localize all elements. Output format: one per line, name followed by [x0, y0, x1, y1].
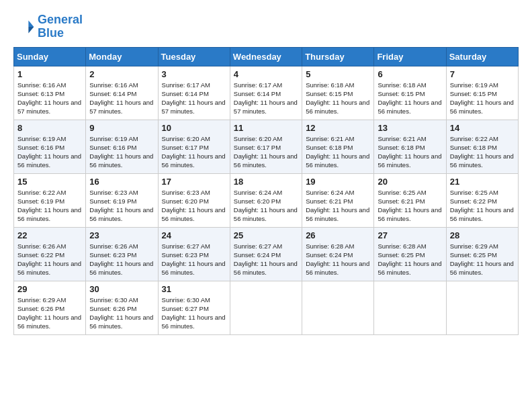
day-info: Sunrise: 6:25 AM Sunset: 6:21 PM Dayligh…	[378, 188, 442, 224]
calendar-day-cell: 11 Sunrise: 6:20 AM Sunset: 6:17 PM Dayl…	[230, 120, 302, 173]
day-info: Sunrise: 6:29 AM Sunset: 6:25 PM Dayligh…	[450, 242, 515, 277]
calendar-week-row: 1 Sunrise: 6:16 AM Sunset: 6:13 PM Dayli…	[14, 66, 519, 120]
day-number: 6	[378, 69, 442, 79]
calendar-header-row: SundayMondayTuesdayWednesdayThursdayFrid…	[14, 47, 519, 66]
day-info: Sunrise: 6:21 AM Sunset: 6:18 PM Dayligh…	[306, 134, 370, 170]
day-number: 15	[17, 177, 82, 187]
calendar-day-cell: 28 Sunrise: 6:29 AM Sunset: 6:25 PM Dayl…	[446, 227, 518, 281]
day-number: 12	[306, 123, 370, 133]
day-info: Sunrise: 6:23 AM Sunset: 6:19 PM Dayligh…	[89, 188, 154, 224]
day-number: 30	[89, 284, 154, 294]
calendar-day-cell: 14 Sunrise: 6:22 AM Sunset: 6:18 PM Dayl…	[446, 120, 518, 173]
day-number: 11	[234, 123, 298, 133]
calendar-day-cell: 22 Sunrise: 6:26 AM Sunset: 6:22 PM Dayl…	[14, 227, 86, 281]
calendar-day-cell: 26 Sunrise: 6:28 AM Sunset: 6:24 PM Dayl…	[302, 227, 374, 281]
calendar-day-cell: 25 Sunrise: 6:27 AM Sunset: 6:24 PM Dayl…	[230, 227, 302, 281]
day-info: Sunrise: 6:21 AM Sunset: 6:18 PM Dayligh…	[378, 134, 442, 170]
calendar-week-row: 29 Sunrise: 6:29 AM Sunset: 6:26 PM Dayl…	[14, 281, 519, 334]
calendar-day-cell: 19 Sunrise: 6:24 AM Sunset: 6:21 PM Dayl…	[302, 173, 374, 227]
logo: General Blue	[13, 13, 83, 40]
day-of-week-header: Thursday	[302, 47, 374, 66]
calendar-day-cell	[230, 281, 302, 334]
day-info: Sunrise: 6:22 AM Sunset: 6:19 PM Dayligh…	[17, 188, 82, 224]
calendar-day-cell: 6 Sunrise: 6:18 AM Sunset: 6:15 PM Dayli…	[374, 66, 446, 120]
day-info: Sunrise: 6:26 AM Sunset: 6:23 PM Dayligh…	[89, 242, 154, 277]
day-info: Sunrise: 6:20 AM Sunset: 6:17 PM Dayligh…	[234, 134, 298, 170]
day-of-week-header: Wednesday	[230, 47, 302, 66]
day-info: Sunrise: 6:24 AM Sunset: 6:20 PM Dayligh…	[234, 188, 298, 224]
svg-marker-1	[28, 27, 34, 34]
calendar-day-cell: 30 Sunrise: 6:30 AM Sunset: 6:26 PM Dayl…	[86, 281, 158, 334]
day-info: Sunrise: 6:25 AM Sunset: 6:22 PM Dayligh…	[450, 188, 515, 224]
day-info: Sunrise: 6:27 AM Sunset: 6:23 PM Dayligh…	[162, 242, 226, 277]
day-number: 3	[162, 69, 226, 79]
day-number: 29	[17, 284, 82, 294]
day-number: 14	[450, 123, 515, 133]
calendar-day-cell: 5 Sunrise: 6:18 AM Sunset: 6:15 PM Dayli…	[302, 66, 374, 120]
day-of-week-header: Monday	[86, 47, 158, 66]
day-number: 2	[89, 69, 154, 79]
day-number: 17	[162, 177, 226, 187]
day-number: 31	[162, 284, 226, 294]
day-info: Sunrise: 6:30 AM Sunset: 6:26 PM Dayligh…	[89, 295, 154, 331]
svg-marker-0	[28, 20, 34, 27]
day-number: 18	[234, 177, 298, 187]
day-info: Sunrise: 6:16 AM Sunset: 6:14 PM Dayligh…	[89, 81, 154, 116]
day-info: Sunrise: 6:28 AM Sunset: 6:25 PM Dayligh…	[378, 242, 442, 277]
day-info: Sunrise: 6:18 AM Sunset: 6:15 PM Dayligh…	[378, 81, 442, 116]
day-number: 10	[162, 123, 226, 133]
calendar-day-cell: 29 Sunrise: 6:29 AM Sunset: 6:26 PM Dayl…	[14, 281, 86, 334]
day-info: Sunrise: 6:17 AM Sunset: 6:14 PM Dayligh…	[234, 81, 298, 116]
day-number: 21	[450, 177, 515, 187]
logo-icon	[13, 16, 35, 38]
day-info: Sunrise: 6:30 AM Sunset: 6:27 PM Dayligh…	[162, 295, 226, 331]
day-number: 4	[234, 69, 298, 79]
calendar-day-cell: 23 Sunrise: 6:26 AM Sunset: 6:23 PM Dayl…	[86, 227, 158, 281]
day-of-week-header: Saturday	[446, 47, 518, 66]
day-info: Sunrise: 6:19 AM Sunset: 6:16 PM Dayligh…	[17, 134, 82, 170]
calendar-day-cell: 8 Sunrise: 6:19 AM Sunset: 6:16 PM Dayli…	[14, 120, 86, 173]
day-info: Sunrise: 6:22 AM Sunset: 6:18 PM Dayligh…	[450, 134, 515, 170]
calendar-week-row: 22 Sunrise: 6:26 AM Sunset: 6:22 PM Dayl…	[14, 227, 519, 281]
calendar-day-cell: 31 Sunrise: 6:30 AM Sunset: 6:27 PM Dayl…	[158, 281, 230, 334]
calendar-week-row: 8 Sunrise: 6:19 AM Sunset: 6:16 PM Dayli…	[14, 120, 519, 173]
day-number: 13	[378, 123, 442, 133]
day-number: 7	[450, 69, 515, 79]
calendar-day-cell: 2 Sunrise: 6:16 AM Sunset: 6:14 PM Dayli…	[86, 66, 158, 120]
day-number: 27	[378, 230, 442, 240]
calendar-day-cell: 16 Sunrise: 6:23 AM Sunset: 6:19 PM Dayl…	[86, 173, 158, 227]
calendar-day-cell: 13 Sunrise: 6:21 AM Sunset: 6:18 PM Dayl…	[374, 120, 446, 173]
day-info: Sunrise: 6:19 AM Sunset: 6:15 PM Dayligh…	[450, 81, 515, 116]
calendar-day-cell: 10 Sunrise: 6:20 AM Sunset: 6:17 PM Dayl…	[158, 120, 230, 173]
calendar-table: SundayMondayTuesdayWednesdayThursdayFrid…	[13, 47, 519, 335]
calendar-day-cell: 27 Sunrise: 6:28 AM Sunset: 6:25 PM Dayl…	[374, 227, 446, 281]
day-info: Sunrise: 6:19 AM Sunset: 6:16 PM Dayligh…	[89, 134, 154, 170]
calendar-day-cell: 9 Sunrise: 6:19 AM Sunset: 6:16 PM Dayli…	[86, 120, 158, 173]
page-header: General Blue	[13, 13, 519, 40]
calendar-day-cell: 20 Sunrise: 6:25 AM Sunset: 6:21 PM Dayl…	[374, 173, 446, 227]
day-info: Sunrise: 6:20 AM Sunset: 6:17 PM Dayligh…	[162, 134, 226, 170]
day-number: 19	[306, 177, 370, 187]
calendar-day-cell	[446, 281, 518, 334]
day-of-week-header: Tuesday	[158, 47, 230, 66]
day-of-week-header: Sunday	[14, 47, 86, 66]
day-number: 20	[378, 177, 442, 187]
calendar-day-cell: 21 Sunrise: 6:25 AM Sunset: 6:22 PM Dayl…	[446, 173, 518, 227]
day-number: 16	[89, 177, 154, 187]
logo-text: General Blue	[38, 13, 83, 40]
day-info: Sunrise: 6:28 AM Sunset: 6:24 PM Dayligh…	[306, 242, 370, 277]
day-info: Sunrise: 6:23 AM Sunset: 6:20 PM Dayligh…	[162, 188, 226, 224]
day-info: Sunrise: 6:29 AM Sunset: 6:26 PM Dayligh…	[17, 295, 82, 331]
calendar-day-cell: 15 Sunrise: 6:22 AM Sunset: 6:19 PM Dayl…	[14, 173, 86, 227]
calendar-day-cell: 3 Sunrise: 6:17 AM Sunset: 6:14 PM Dayli…	[158, 66, 230, 120]
day-number: 8	[17, 123, 82, 133]
day-number: 22	[17, 230, 82, 240]
day-info: Sunrise: 6:17 AM Sunset: 6:14 PM Dayligh…	[162, 81, 226, 116]
calendar-day-cell: 4 Sunrise: 6:17 AM Sunset: 6:14 PM Dayli…	[230, 66, 302, 120]
day-number: 28	[450, 230, 515, 240]
day-number: 26	[306, 230, 370, 240]
day-number: 23	[89, 230, 154, 240]
day-info: Sunrise: 6:24 AM Sunset: 6:21 PM Dayligh…	[306, 188, 370, 224]
calendar-day-cell: 1 Sunrise: 6:16 AM Sunset: 6:13 PM Dayli…	[14, 66, 86, 120]
calendar-day-cell: 18 Sunrise: 6:24 AM Sunset: 6:20 PM Dayl…	[230, 173, 302, 227]
